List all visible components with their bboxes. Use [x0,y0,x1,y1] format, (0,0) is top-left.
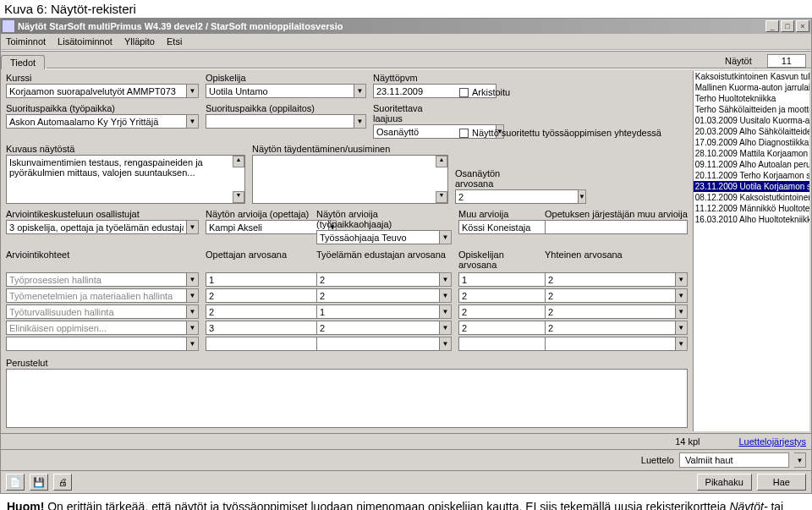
yh-5[interactable] [545,337,676,351]
scroll-down-icon[interactable]: ▼ [233,191,244,203]
label-perustelut: Perustelut [6,358,688,368]
list-item-selected[interactable]: 23.11.2009 Uotila Korjaamon suorapalvelu… [694,181,809,192]
tab-tiedot[interactable]: Tiedot [1,55,45,69]
kohde-2[interactable] [6,288,187,303]
print-icon[interactable]: 🖨 [53,474,72,491]
list-item[interactable]: 11.12.2009 Männikkö Huoltotekniikka [694,203,809,214]
dropdown-icon[interactable]: ▼ [676,337,688,351]
dropdown-icon[interactable]: ▼ [440,321,452,335]
dropdown-icon[interactable]: ▼ [187,304,199,319]
new-icon[interactable]: 📄 [6,474,25,491]
dropdown-icon[interactable]: ▼ [440,304,452,319]
header-yht-arvo: Yhteinen arvosana [545,250,688,270]
op-2[interactable] [206,288,329,303]
label-jarj: Opetuksen järjestäjän muu arvioija [545,209,688,219]
dropdown-icon[interactable]: ▼ [440,337,452,351]
yh-4[interactable] [545,321,676,335]
pikahaku-button[interactable]: Pikahaku [697,474,752,491]
te-3[interactable] [316,304,440,319]
field-arv-op[interactable] [206,220,329,234]
record-list[interactable]: Kaksoistutkintoinen Kasvun tukeminen ja … [693,71,809,431]
te-5[interactable] [316,337,440,351]
op-3[interactable] [206,304,329,319]
dropdown-icon[interactable]: ▼ [187,114,199,129]
list-item[interactable]: 08.12.2009 Kaksoistutkintoinen Hoito ja … [694,192,809,203]
te-2[interactable] [316,288,440,303]
close-button[interactable]: × [796,20,809,32]
kohde-5[interactable] [6,337,187,351]
menu-yllapito[interactable]: Ylläpito [124,36,155,47]
save-icon[interactable]: 💾 [30,474,48,491]
field-osall[interactable] [6,220,187,234]
dropdown-icon[interactable]: ▼ [440,272,452,287]
dropdown-icon[interactable]: ▼ [794,452,806,468]
minimize-button[interactable]: _ [765,20,779,32]
field-opiskelija[interactable] [206,84,354,98]
dropdown-icon[interactable]: ▼ [187,220,199,234]
field-suorituspaikka-opp[interactable] [206,114,354,129]
yh-2[interactable] [545,288,676,303]
field-kuvaus[interactable]: Iskunvaimentimien testaus, rengaspaineid… [6,155,245,204]
field-jarj[interactable] [545,220,688,234]
op-1[interactable] [206,272,329,287]
yh-1[interactable] [545,272,676,287]
dropdown-icon[interactable]: ▼ [676,321,688,335]
hae-button[interactable]: Hae [757,474,806,491]
dropdown-icon[interactable]: ▼ [440,230,452,244]
kohde-3[interactable] [6,304,187,319]
checkbox-arkistoitu[interactable] [459,88,469,97]
yh-3[interactable] [545,304,676,319]
field-tayd[interactable]: ▲ ▼ [252,155,448,204]
list-item[interactable]: 09.11.2009 Alho Autoalan perustaidot [694,159,809,170]
field-arv-tp[interactable] [316,230,440,244]
te-4[interactable] [316,321,440,335]
dropdown-icon[interactable]: ▼ [676,304,688,319]
list-item[interactable]: Mallinen Kuorma-auton jarrulaitteiden hu… [694,82,809,93]
list-item[interactable]: 17.09.2009 Alho Diagnostiikka [694,137,809,148]
kohde-4[interactable] [6,321,187,335]
list-item[interactable]: 16.03.2010 Alho Huoltotekniikka [694,214,809,225]
field-kurssi[interactable] [6,84,187,98]
te-1[interactable] [316,272,440,287]
dropdown-icon[interactable]: ▼ [354,84,366,98]
record-count: 11 [767,54,806,68]
label-nayttopvm: Näyttöpvm [373,73,453,83]
dropdown-icon[interactable]: ▼ [579,189,586,204]
kohde-1[interactable] [6,272,187,287]
dropdown-icon[interactable]: ▼ [187,321,199,335]
dropdown-icon[interactable]: ▼ [187,288,199,303]
field-perustelut[interactable] [6,369,688,428]
menu-etsi[interactable]: Etsi [167,36,182,47]
link-luettelojarjestys[interactable]: Luettelojärjestys [739,436,807,447]
list-item[interactable]: Terho Huoltotekniikka [694,93,809,104]
list-item[interactable]: 20.03.2009 Alho Sähkölaitteiden ja moott… [694,126,809,137]
dropdown-icon[interactable]: ▼ [187,84,199,98]
field-suorituspaikka-tyo[interactable] [6,114,187,129]
list-item[interactable]: Kaksoistutkintoinen Kasvun tukeminen ja … [694,71,809,82]
titlebar: Näytöt StarSoft multiPrimus W4.39 devel2… [1,19,811,34]
list-item[interactable]: Terho Sähkölaitteiden ja moottorin ohjau… [694,104,809,115]
label-suorituspaikka-opp: Suorituspaikka (oppilaitos) [206,103,366,113]
dropdown-icon[interactable]: ▼ [440,288,452,303]
op-5[interactable] [206,337,329,351]
field-osa-arvo[interactable] [455,189,579,204]
header-te-arvo: Työelämän edustajan arvosana [316,250,452,270]
scroll-up-icon[interactable]: ▲ [436,156,447,167]
list-item[interactable]: 01.03.2009 Uusitalo Kuorma-auton jarrula… [694,115,809,126]
label-tayd: Näytön täydentäminen/uusiminen [252,144,448,154]
scroll-up-icon[interactable]: ▲ [233,156,244,167]
list-item[interactable]: 28.10.2009 Mattila Korjaamon suorapalvel… [694,148,809,159]
maximize-button[interactable]: □ [781,20,794,32]
menu-toiminnot[interactable]: Toiminnot [6,36,46,47]
dropdown-icon[interactable]: ▼ [187,272,199,287]
dropdown-icon[interactable]: ▼ [676,272,688,287]
op-4[interactable] [206,321,329,335]
dropdown-icon[interactable]: ▼ [354,114,366,129]
dropdown-icon[interactable]: ▼ [676,288,688,303]
menu-lisatoiminnot[interactable]: Lisätoiminnot [58,36,112,47]
dropdown-icon[interactable]: ▼ [187,337,199,351]
scroll-down-icon[interactable]: ▼ [436,191,447,203]
checkbox-tyossa[interactable] [459,129,469,138]
list-item[interactable]: 20.11.2009 Terho Korjaamon suorapalvelut… [694,170,809,181]
combo-valmiit-haut[interactable]: Valmiit haut [679,452,789,468]
